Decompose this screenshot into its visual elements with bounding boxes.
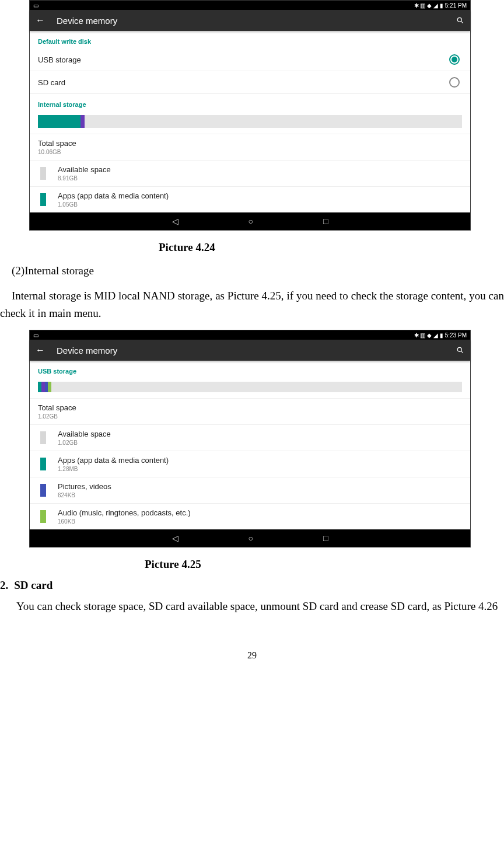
row-title: Pictures, videos bbox=[58, 482, 111, 491]
item-number: 2. bbox=[0, 579, 8, 592]
svg-line-3 bbox=[461, 351, 463, 353]
option-label: SD card bbox=[38, 78, 449, 87]
row-subtitle: 10.06GB bbox=[38, 149, 462, 155]
option-label: USB storage bbox=[38, 55, 449, 64]
nav-home-icon[interactable]: ○ bbox=[249, 533, 253, 543]
bar-segment bbox=[38, 115, 80, 128]
status-time: 5:21 PM bbox=[445, 2, 467, 9]
option-sd-card[interactable]: SD card bbox=[30, 71, 470, 94]
screenshot-figure-4-25: ▭ ✱ ▥ ◆ ◢ ▮ 5:23 PM ← Device memory USB … bbox=[29, 330, 471, 547]
apps-row[interactable]: Apps (app data & media content) 1.05GB bbox=[30, 186, 470, 212]
nav-recent-icon[interactable]: □ bbox=[323, 217, 328, 226]
paragraph-body: Internal storage is MID local NAND stora… bbox=[0, 287, 504, 322]
app-bar: ← Device memory bbox=[30, 340, 470, 361]
app-bar: ← Device memory bbox=[30, 10, 470, 31]
row-subtitle: 160KB bbox=[58, 518, 191, 525]
color-swatch bbox=[40, 167, 46, 180]
numbered-item-body: You can check storage space, SD card ava… bbox=[0, 598, 504, 615]
bar-segment bbox=[48, 382, 51, 392]
apps-row[interactable]: Apps (app data & media content) 1.28MB bbox=[30, 451, 470, 477]
nav-back-icon[interactable]: ◁ bbox=[172, 533, 178, 543]
radio-checked-icon bbox=[449, 54, 460, 65]
back-icon[interactable]: ← bbox=[36, 15, 45, 26]
screenshot-figure-4-24: ▭ ✱ ▥ ◆ ◢ ▮ 5:21 PM ← Device memory Defa… bbox=[29, 0, 471, 231]
storage-usage-bar bbox=[38, 115, 462, 128]
appbar-title: Device memory bbox=[57, 346, 456, 355]
available-space-row[interactable]: Available space 8.91GB bbox=[30, 160, 470, 186]
svg-point-2 bbox=[457, 348, 461, 352]
row-title: Apps (app data & media content) bbox=[58, 191, 169, 200]
radio-unchecked-icon bbox=[449, 77, 460, 88]
appbar-title: Device memory bbox=[57, 16, 456, 26]
row-title: Total space bbox=[38, 403, 462, 412]
section-usb-storage: USB storage bbox=[30, 361, 470, 378]
search-icon[interactable] bbox=[456, 16, 464, 25]
notification-icon: ▭ bbox=[33, 2, 38, 9]
option-usb-storage[interactable]: USB storage bbox=[30, 48, 470, 71]
row-subtitle: 1.02GB bbox=[38, 413, 462, 420]
android-nav-bar: ◁ ○ □ bbox=[30, 529, 470, 547]
row-title: Available space bbox=[58, 430, 111, 438]
svg-line-1 bbox=[461, 21, 463, 23]
figure-caption: Picture 4.24 bbox=[0, 241, 504, 254]
android-nav-bar: ◁ ○ □ bbox=[30, 212, 470, 230]
status-time: 5:23 PM bbox=[445, 332, 467, 339]
bar-segment bbox=[80, 115, 85, 128]
row-subtitle: 8.91GB bbox=[58, 175, 111, 182]
color-swatch bbox=[40, 431, 46, 444]
row-title: Available space bbox=[58, 165, 111, 174]
color-swatch bbox=[40, 193, 46, 206]
figure-caption: Picture 4.25 bbox=[0, 558, 504, 571]
total-space-row[interactable]: Total space 10.06GB bbox=[30, 134, 470, 160]
search-icon[interactable] bbox=[456, 346, 464, 354]
color-swatch bbox=[40, 484, 46, 497]
color-swatch bbox=[40, 510, 46, 523]
row-title: Audio (music, ringtones, podcasts, etc.) bbox=[58, 508, 191, 517]
total-space-row[interactable]: Total space 1.02GB bbox=[30, 398, 470, 424]
row-title: Total space bbox=[38, 139, 462, 148]
nav-home-icon[interactable]: ○ bbox=[249, 217, 253, 226]
color-swatch bbox=[40, 458, 46, 470]
audio-row[interactable]: Audio (music, ringtones, podcasts, etc.)… bbox=[30, 503, 470, 529]
numbered-item-2: 2. SD card bbox=[0, 579, 504, 592]
svg-point-0 bbox=[457, 18, 461, 22]
section-default-write-disk: Default write disk bbox=[30, 31, 470, 48]
pictures-videos-row[interactable]: Pictures, videos 624KB bbox=[30, 477, 470, 503]
row-subtitle: 1.28MB bbox=[58, 466, 169, 472]
nav-back-icon[interactable]: ◁ bbox=[172, 217, 178, 226]
row-subtitle: 624KB bbox=[58, 492, 111, 498]
notification-icon: ▭ bbox=[33, 332, 38, 339]
item-title: SD card bbox=[14, 579, 52, 592]
storage-usage-bar bbox=[38, 382, 462, 392]
back-icon[interactable]: ← bbox=[36, 345, 45, 355]
status-icons: ✱ ▥ ◆ ◢ ▮ bbox=[414, 332, 443, 339]
row-subtitle: 1.05GB bbox=[58, 201, 169, 208]
row-title: Apps (app data & media content) bbox=[58, 456, 169, 465]
status-icons: ✱ ▥ ◆ ◢ ▮ bbox=[414, 2, 443, 9]
available-space-row[interactable]: Available space 1.02GB bbox=[30, 424, 470, 451]
nav-recent-icon[interactable]: □ bbox=[323, 533, 328, 543]
status-bar: ▭ ✱ ▥ ◆ ◢ ▮ 5:21 PM bbox=[30, 1, 470, 10]
section-internal-storage: Internal storage bbox=[30, 94, 470, 111]
row-subtitle: 1.02GB bbox=[58, 440, 111, 446]
status-bar: ▭ ✱ ▥ ◆ ◢ ▮ 5:23 PM bbox=[30, 330, 470, 340]
paragraph-heading: (2)Internal storage bbox=[0, 262, 504, 279]
page-number: 29 bbox=[0, 650, 504, 661]
